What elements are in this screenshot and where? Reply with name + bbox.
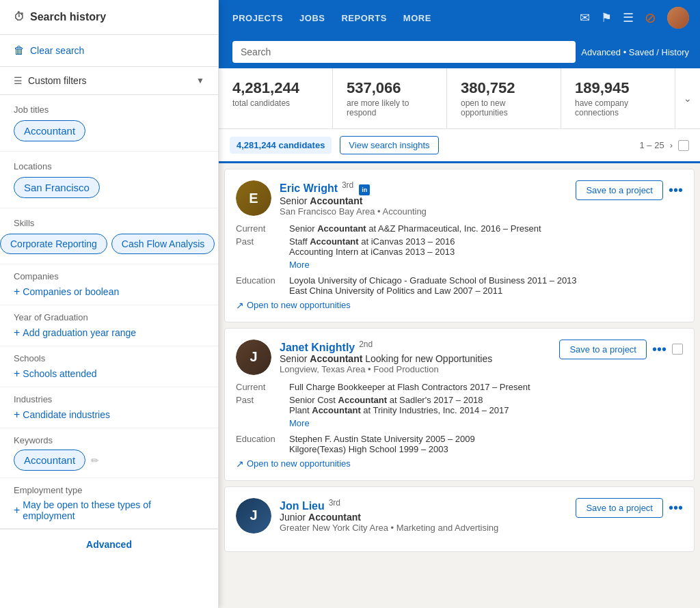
graduation-section: Year of Graduation + Add graduation year… [0, 305, 218, 346]
avatar[interactable] [667, 7, 689, 29]
clear-search-button[interactable]: 🗑 Clear search [0, 35, 218, 67]
help-icon[interactable]: ⊘ [645, 10, 656, 26]
stats-expand-icon[interactable]: ⌄ [675, 68, 700, 128]
panel-title: Search history [30, 11, 106, 23]
avatar[interactable]: E [236, 180, 271, 216]
skill-tag-1[interactable]: Corporate Reporting [0, 234, 107, 254]
keywords-section: Keywords Accountant ✏ [0, 428, 218, 478]
plus-icon: + [14, 286, 20, 298]
search-input[interactable]: Search [232, 41, 576, 63]
avatar[interactable]: J [236, 498, 271, 534]
keyword-tag[interactable]: Accountant [14, 450, 85, 471]
candidate-checkbox[interactable] [672, 344, 683, 355]
candidate-location: San Francisco Bay Area • Accounting [280, 206, 567, 217]
search-filter-panel: ⏱ Search history 🗑 Clear search ☰ Custom… [0, 0, 219, 608]
candidate-name[interactable]: Eric Wright [280, 182, 338, 194]
filter-lines-icon: ☰ [14, 75, 23, 86]
more-options-icon[interactable]: ••• [669, 182, 683, 198]
open-opportunity-link[interactable]: ↗ Open to new opportunities [236, 458, 683, 469]
candidate-location: Greater New York City Area • Marketing a… [280, 523, 567, 533]
save-to-project-button[interactable]: Save to a project [576, 498, 663, 518]
avatar[interactable]: J [236, 340, 271, 375]
past-position-1: Staff Accountant at iCanvas 2013 – 2016 [289, 236, 683, 247]
past-position-2: Accounting Intern at iCanvas 2013 – 2013 [289, 247, 683, 257]
pagination-next[interactable]: › [670, 140, 673, 150]
stat-open: 380,752 open to new opportunities [447, 68, 561, 128]
connection-degree: 3rd [329, 498, 340, 508]
graduation-label: Year of Graduation [14, 312, 204, 322]
table-row: J Jon Lieu 3rd Junior Accountant Greater… [224, 486, 695, 552]
table-row: E Eric Wright 3rd in Senior Accountant S… [224, 169, 695, 322]
candidate-title: Junior Accountant [280, 512, 567, 523]
view-insights-button[interactable]: View search insights [340, 136, 438, 154]
current-position: Full Charge Bookkeeper at Flash Contract… [289, 382, 683, 392]
pagination-range: 1 – 25 [640, 140, 664, 150]
education-label: Education [236, 275, 284, 296]
trash-icon: 🗑 [14, 44, 25, 57]
save-to-project-button[interactable]: Save to a project [576, 180, 663, 200]
chevron-down-icon: ▼ [196, 76, 204, 85]
nav-reports[interactable]: REPORTS [341, 10, 386, 26]
opportunity-icon: ↗ [236, 300, 244, 311]
more-options-icon[interactable]: ••• [652, 342, 667, 357]
current-position: Senior Accountant at A&Z Pharmaceutical,… [289, 223, 683, 234]
education-1: Loyola University of Chicago - Graduate … [289, 275, 683, 286]
plus-icon: + [14, 368, 20, 380]
add-schools[interactable]: + Schools attended [14, 368, 204, 380]
list-icon[interactable]: ☰ [623, 10, 634, 25]
add-graduation[interactable]: + Add graduation year range [14, 327, 204, 339]
custom-filters-row[interactable]: ☰ Custom filters ▼ [0, 67, 218, 95]
save-to-project-button[interactable]: Save to a project [559, 340, 647, 359]
candidate-name[interactable]: Janet Knightly [280, 341, 355, 353]
schools-section: Schools + Schools attended [0, 346, 218, 387]
more-link[interactable]: More [289, 418, 310, 428]
job-titles-section: Job titles Accountant [0, 95, 218, 152]
stat-connections: 189,945 have company connections [561, 68, 675, 128]
results-count-tab[interactable]: 4,281,244 candidates [230, 137, 332, 154]
skills-section: Skills Corporate Reporting Cash Flow Ana… [0, 208, 218, 264]
connection-degree: 3rd [342, 180, 353, 190]
candidate-location: Longview, Texas Area • Food Production [280, 364, 551, 374]
skills-label: Skills [14, 218, 218, 228]
locations-label: Locations [14, 161, 204, 171]
education-2: Kilgore(Texas) High School 1999 – 2003 [289, 444, 683, 454]
schools-label: Schools [14, 353, 204, 363]
edit-icon[interactable]: ✏ [91, 455, 99, 466]
add-employment[interactable]: + May be open to these types of employme… [14, 499, 204, 521]
select-all-checkbox[interactable] [678, 140, 689, 151]
education-2: East China University of Politics and La… [289, 286, 683, 296]
mail-icon[interactable]: ✉ [580, 10, 590, 25]
nav-more[interactable]: MORE [403, 10, 431, 26]
add-companies[interactable]: + Companies or boolean [14, 286, 204, 298]
advanced-saved-link[interactable]: Advanced • Saved / History [581, 47, 689, 57]
past-position-2: Plant Accountant at Trinity Industries, … [289, 405, 683, 415]
stat-total: 4,281,244 total candidates [219, 68, 333, 128]
job-title-tag[interactable]: Accountant [14, 120, 85, 141]
plus-icon: + [14, 409, 20, 421]
connection-degree: 2nd [359, 340, 373, 349]
past-label: Past [236, 236, 284, 273]
table-row: J Janet Knightly 2nd Senior Accountant L… [224, 328, 695, 481]
past-position-1: Senior Cost Accountant at Sadler's 2017 … [289, 395, 683, 405]
more-options-icon[interactable]: ••• [669, 500, 683, 516]
job-titles-label: Job titles [14, 105, 204, 115]
location-tag[interactable]: San Francisco [14, 177, 100, 198]
nav-projects[interactable]: PROJECTS [232, 10, 283, 26]
employment-type-section: Employment type + May be open to these t… [0, 478, 218, 529]
current-label: Current [236, 223, 284, 234]
add-industries[interactable]: + Candidate industries [14, 409, 204, 421]
candidate-name[interactable]: Jon Lieu [280, 499, 325, 511]
opportunity-icon: ↗ [236, 458, 244, 469]
more-link[interactable]: More [289, 260, 310, 270]
linkedin-icon: in [359, 184, 370, 195]
open-opportunity-link[interactable]: ↗ Open to new opportunities [236, 300, 683, 311]
skill-tag-2[interactable]: Cash Flow Analysis [111, 234, 215, 254]
education-1: Stephen F. Austin State University 2005 … [289, 434, 683, 444]
industries-label: Industries [14, 394, 204, 404]
flag-icon[interactable]: ⚑ [601, 10, 612, 25]
nav-jobs[interactable]: JOBS [299, 10, 325, 26]
plus-icon: + [14, 504, 20, 516]
advanced-button[interactable]: Advanced [0, 529, 218, 559]
plus-icon: + [14, 327, 20, 339]
education-label: Education [236, 434, 284, 454]
